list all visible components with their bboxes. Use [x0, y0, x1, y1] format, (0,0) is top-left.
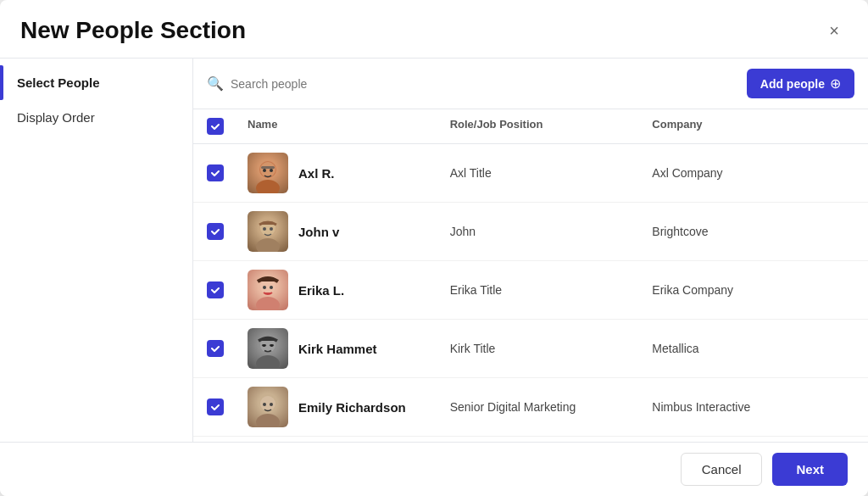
person-name-john: John v — [298, 225, 339, 239]
search-input[interactable] — [231, 77, 737, 91]
company-john: Brightcove — [652, 225, 854, 238]
row-checkbox-erika[interactable] — [207, 281, 224, 298]
svg-point-7 — [256, 238, 280, 252]
svg-point-15 — [270, 286, 273, 289]
table-row: Emily Richardson Senior Digital Marketin… — [193, 378, 868, 437]
svg-point-26 — [263, 403, 266, 406]
add-people-button[interactable]: Add people ⊕ — [747, 69, 854, 98]
search-icon: 🔍 — [207, 75, 224, 92]
svg-point-25 — [260, 396, 275, 411]
person-name-kirk: Kirk Hammet — [298, 342, 377, 356]
row-checkbox-cell — [207, 164, 248, 181]
header-company: Company — [652, 118, 854, 135]
row-checkbox-cell — [207, 281, 248, 298]
header-name: Name — [248, 118, 450, 135]
svg-point-27 — [270, 403, 273, 406]
company-axl: Axl Company — [652, 166, 854, 180]
company-erika: Erika Company — [652, 283, 854, 297]
person-name-axl: Axl R. — [298, 166, 335, 181]
row-checkbox-cell — [207, 340, 248, 357]
modal-body: Select People Display Order 🔍 Add people… — [0, 59, 868, 442]
role-axl: Axl Title — [450, 166, 653, 180]
select-all-checkbox[interactable] — [207, 118, 224, 135]
person-name-erika: Erika L. — [298, 283, 344, 298]
person-cell-kirk: Kirk Hammet — [248, 328, 450, 369]
person-cell-john: John v — [248, 211, 450, 252]
row-checkbox-emily[interactable] — [207, 398, 224, 415]
search-bar: 🔍 Add people ⊕ — [193, 59, 868, 109]
person-name-emily: Emily Richardson — [298, 400, 406, 415]
svg-point-22 — [270, 344, 273, 347]
avatar-erika — [248, 270, 288, 310]
svg-point-9 — [263, 227, 266, 231]
table-header: Name Role/Job Position Company — [193, 109, 868, 144]
role-erika: Erika Title — [450, 283, 653, 297]
table-row: Axl R. Axl Title Axl Company — [193, 144, 868, 203]
avatar-john — [248, 211, 288, 252]
svg-point-1 — [256, 180, 280, 193]
cancel-button[interactable]: Cancel — [681, 453, 763, 486]
svg-point-5 — [270, 169, 273, 172]
row-checkbox-cell — [207, 398, 248, 415]
modal-header: New People Section × — [0, 0, 868, 59]
table-wrapper: Name Role/Job Position Company — [193, 109, 868, 442]
close-button[interactable]: × — [821, 17, 848, 44]
sidebar-item-select-people[interactable]: Select People — [0, 65, 192, 100]
avatar-kirk — [248, 328, 288, 369]
person-cell-axl: Axl R. — [248, 153, 450, 193]
table-row: Erika L. Erika Title Erika Company — [193, 261, 868, 320]
table-row: John v John Brightcove — [193, 203, 868, 261]
row-checkbox-kirk[interactable] — [207, 340, 224, 357]
search-input-wrapper: 🔍 — [207, 75, 737, 92]
header-role: Role/Job Position — [450, 118, 653, 135]
svg-rect-3 — [261, 166, 275, 169]
svg-point-10 — [270, 227, 273, 231]
person-cell-emily: Emily Richardson — [248, 387, 450, 427]
next-button[interactable]: Next — [772, 453, 848, 486]
modal: New People Section × Select People Displ… — [0, 0, 868, 496]
avatar-axl — [248, 153, 288, 193]
svg-point-21 — [263, 344, 265, 347]
role-john: John — [450, 225, 653, 238]
row-checkbox-cell — [207, 223, 248, 240]
svg-point-2 — [260, 162, 275, 177]
sidebar-item-display-order[interactable]: Display Order — [0, 100, 192, 135]
add-icon: ⊕ — [830, 75, 841, 92]
svg-point-24 — [256, 414, 280, 427]
company-kirk: Metallica — [652, 342, 854, 355]
company-emily: Nimbus Interactive — [652, 400, 854, 414]
modal-footer: Cancel Next — [0, 442, 868, 496]
avatar-emily — [248, 387, 288, 427]
row-checkbox-john[interactable] — [207, 223, 224, 240]
svg-point-4 — [263, 169, 266, 172]
header-checkbox-cell — [207, 118, 248, 135]
modal-title: New People Section — [20, 17, 246, 44]
row-checkbox-axl[interactable] — [207, 164, 224, 181]
svg-point-14 — [263, 286, 266, 289]
role-emily: Senior Digital Marketing — [450, 400, 653, 414]
table-row: Kirk Hammet Kirk Title Metallica — [193, 320, 868, 378]
main-content: 🔍 Add people ⊕ — [193, 59, 868, 442]
role-kirk: Kirk Title — [450, 342, 653, 355]
svg-point-17 — [256, 355, 280, 369]
svg-point-12 — [256, 297, 280, 310]
sidebar: Select People Display Order — [0, 59, 193, 442]
person-cell-erika: Erika L. — [248, 270, 450, 310]
